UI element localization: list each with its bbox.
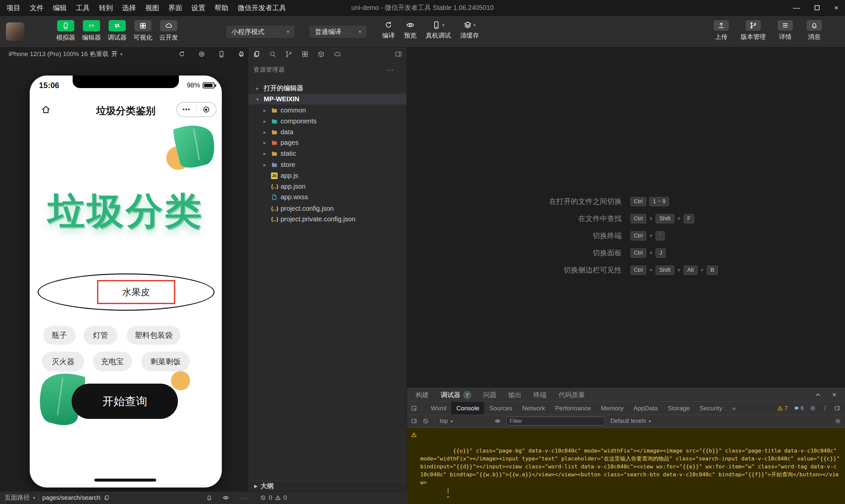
rotate-device-icon[interactable]: [218, 51, 225, 58]
log-levels-select[interactable]: Default levels ▾: [610, 418, 651, 425]
tag-extinguisher[interactable]: 灭火器: [42, 352, 84, 372]
tab-code-quality[interactable]: 代码质量: [559, 391, 585, 399]
tab-problems[interactable]: 问题: [483, 391, 496, 399]
console-settings-icon[interactable]: [835, 418, 841, 424]
tab-debugger[interactable]: 调试器 7: [441, 391, 471, 399]
problems-counter[interactable]: 0 0: [260, 491, 287, 504]
tab-terminal[interactable]: 终端: [533, 391, 547, 399]
menu-edit[interactable]: 编辑: [53, 3, 67, 13]
package-icon[interactable]: [318, 51, 325, 58]
page-path-label[interactable]: 页面路径: [5, 493, 30, 502]
close-button[interactable]: ×: [834, 4, 839, 12]
devtools-tab-storage[interactable]: Storage: [663, 402, 695, 415]
copy-icon[interactable]: [104, 495, 110, 501]
refresh-icon[interactable]: [178, 51, 186, 58]
compile-button[interactable]: 编译: [382, 21, 395, 40]
tree-root-mp-weixin[interactable]: ▾ MP-WEIXIN: [248, 94, 407, 105]
compile-mode-select[interactable]: 普通编译 ▾: [310, 26, 366, 38]
devtools-tab-security[interactable]: Security: [695, 402, 727, 415]
devtools-tab-console[interactable]: Console: [451, 402, 484, 415]
inspect-element-icon[interactable]: [411, 405, 418, 412]
dock-side-icon[interactable]: [834, 405, 840, 411]
tree-file-app-js[interactable]: JS app.js: [248, 170, 407, 181]
device-select[interactable]: iPhone 12/13 (Pro) 100% 16 ▾: [8, 51, 93, 58]
tag-lamp[interactable]: 灯管: [84, 326, 118, 345]
close-panel-icon[interactable]: ×: [832, 391, 837, 399]
git-branch-icon[interactable]: [285, 51, 293, 58]
tree-folder-data[interactable]: ▸ data: [248, 127, 407, 138]
menu-goto[interactable]: 转到: [99, 3, 113, 13]
tag-powerbank[interactable]: 充电宝: [93, 352, 132, 372]
visualize-button[interactable]: 可视化: [133, 20, 153, 42]
tab-build[interactable]: 构建: [416, 391, 429, 399]
hot-reload-select[interactable]: 热重载 开 ▾: [90, 50, 122, 58]
warning-counter[interactable]: 7: [777, 405, 788, 412]
clear-console-icon[interactable]: [423, 418, 429, 424]
print-screen-icon[interactable]: [237, 51, 245, 58]
messages-button[interactable]: 消息: [805, 20, 824, 41]
tree-file-project-config[interactable]: {..} project.config.json: [248, 203, 407, 214]
devtools-tab-memory[interactable]: Memory: [596, 402, 629, 415]
tree-folder-common[interactable]: ▸ common: [248, 105, 407, 116]
minimize-button[interactable]: —: [793, 4, 800, 12]
files-icon[interactable]: [253, 51, 260, 58]
menu-help[interactable]: 帮助: [214, 3, 228, 13]
close-miniprogram-button[interactable]: [197, 103, 216, 116]
chevron-up-icon[interactable]: [814, 391, 822, 398]
clear-cache-button[interactable]: ▾ 清缓存: [460, 21, 479, 40]
cloud-dev-button[interactable]: 云开发: [159, 20, 178, 42]
tree-folder-static[interactable]: ▸ static: [248, 148, 407, 159]
tree-file-app-json[interactable]: {..} app.json: [248, 181, 407, 192]
details-button[interactable]: 详情: [776, 20, 795, 41]
tree-folder-pages[interactable]: ▸ pages: [248, 137, 407, 148]
devtools-tab-sources[interactable]: Sources: [484, 402, 517, 415]
menu-file[interactable]: 文件: [30, 3, 43, 13]
grid-icon[interactable]: [301, 51, 309, 58]
info-counter[interactable]: 6: [794, 405, 804, 412]
cloud-icon[interactable]: [334, 51, 341, 58]
console-context-select[interactable]: top ▾: [440, 418, 489, 425]
split-panel-icon[interactable]: [395, 51, 402, 58]
eye-icon[interactable]: [494, 418, 501, 424]
more-actions-icon[interactable]: ···: [387, 66, 394, 74]
editor-button[interactable]: 编辑器: [82, 20, 101, 42]
menu-project[interactable]: 项目: [6, 3, 20, 13]
tab-output[interactable]: 输出: [508, 391, 522, 399]
start-search-button[interactable]: 开始查询: [72, 384, 178, 419]
user-avatar[interactable]: [6, 22, 24, 41]
menu-view[interactable]: 视图: [145, 3, 159, 13]
tree-folder-components[interactable]: ▸ components: [248, 116, 407, 127]
upload-button[interactable]: 上传: [712, 20, 731, 41]
menu-tools[interactable]: 工具: [76, 3, 90, 13]
devtools-tab-wxml[interactable]: Wxml: [426, 402, 451, 415]
tree-file-project-private-config[interactable]: {..} project.private.config.json: [248, 214, 407, 224]
debugger-button[interactable]: 调试器: [108, 20, 127, 42]
tree-folder-store[interactable]: ▸ store: [248, 159, 407, 170]
menu-settings[interactable]: 设置: [191, 3, 205, 13]
console-sidebar-icon[interactable]: [411, 418, 417, 424]
version-control-button[interactable]: 版本管理: [741, 20, 766, 41]
devtools-tab-network[interactable]: Network: [517, 402, 550, 415]
console-filter-input[interactable]: [506, 417, 605, 426]
record-icon[interactable]: [198, 51, 205, 58]
menu-devtools[interactable]: 微信开发者工具: [237, 3, 286, 13]
simulator-button[interactable]: 模拟器: [56, 20, 75, 42]
tag-bottle[interactable]: 瓶子: [43, 326, 75, 345]
gear-icon[interactable]: [810, 405, 816, 411]
search-icon[interactable]: [269, 51, 276, 58]
maximize-button[interactable]: [815, 5, 820, 10]
device-debug-button[interactable]: ▾ 真机调试: [426, 21, 451, 40]
vconsole-bell-icon[interactable]: [206, 491, 213, 504]
tree-file-app-wxss[interactable]: app.wxss: [248, 192, 407, 202]
visibility-icon[interactable]: [223, 491, 229, 504]
tree-open-editors[interactable]: ▸ 打开的编辑器: [248, 83, 407, 94]
devtools-more-tabs[interactable]: »: [727, 402, 741, 415]
kebab-menu-icon[interactable]: [822, 405, 828, 411]
menu-interface[interactable]: 界面: [168, 3, 182, 13]
menu-select[interactable]: 选择: [122, 3, 136, 13]
preview-button[interactable]: 预览: [404, 21, 417, 40]
devtools-tab-performance[interactable]: Performance: [550, 402, 596, 415]
tag-plastic-bag[interactable]: 塑料包装袋: [127, 326, 180, 345]
more-options-icon[interactable]: ···: [239, 491, 248, 504]
devtools-tab-appdata[interactable]: AppData: [629, 402, 663, 415]
